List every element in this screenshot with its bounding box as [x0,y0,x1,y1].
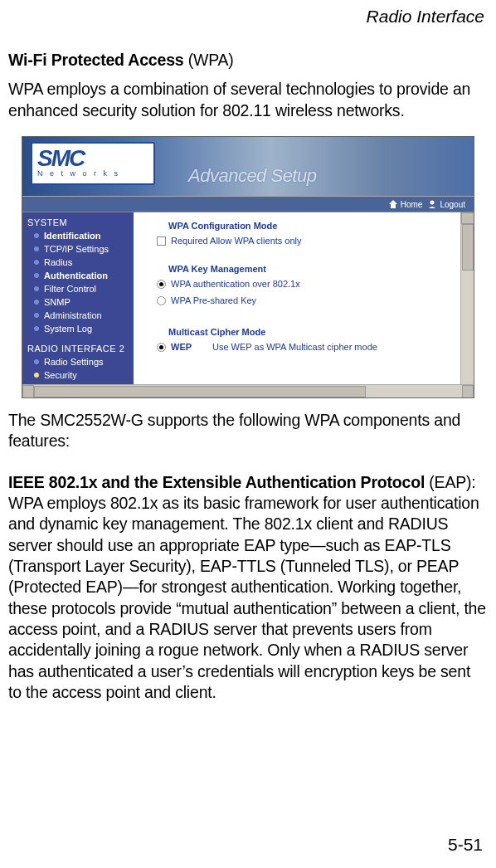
radio-wep-cipher[interactable]: WEP Use WEP as WPA Multicast cipher mode [157,342,472,352]
section-wpa-config: WPA Configuration Mode [168,221,472,231]
bullet-icon [34,300,39,305]
bullet-icon [34,246,39,251]
post-para-1: The SMC2552W-G supports the following WP… [8,410,488,452]
intro-title-line: Wi-Fi Protected Access (WPA) [8,50,488,71]
post2-body: WPA employs 802.1x as its basic framewor… [8,494,486,701]
bullet-icon [34,326,39,331]
sidebar: SYSTEM Identification TCP/IP Settings Ra… [22,212,134,398]
intro-title-paren: (WPA) [183,51,233,69]
sidebar-item-security[interactable]: Security [22,368,134,382]
sidebar-label: TCP/IP Settings [44,244,109,254]
utility-bar: Home Logout [22,197,474,212]
svg-point-0 [430,201,435,205]
logo-sub: N e t w o r k s [37,169,153,178]
sidebar-item-radio-settings[interactable]: Radio Settings [22,355,134,368]
logo: SMC N e t w o r k s [31,142,155,185]
sidebar-item-filter[interactable]: Filter Control [22,282,134,295]
scroll-hthumb[interactable] [34,386,366,397]
sidebar-label: Authentication [44,271,108,280]
radio-preshared-key[interactable]: WPA Pre-shared Key [157,295,472,305]
checkbox-required[interactable]: Required Allow WPA clients only [157,236,472,246]
sidebar-head-system: SYSTEM [22,214,134,229]
logout-icon [427,199,437,209]
bullet-icon [34,373,39,378]
scroll-left-button[interactable] [22,385,34,398]
sidebar-item-admin[interactable]: Administration [22,309,134,322]
section-wpa-key-mgmt: WPA Key Management [168,264,472,274]
sidebar-label: Administration [44,310,102,320]
intro-body: WPA employs a combination of several tec… [8,79,488,121]
radio-icon[interactable] [157,280,166,289]
sidebar-label: SNMP [44,297,71,307]
bullet-icon [34,286,39,291]
radio-label: WPA Pre-shared Key [171,295,256,305]
sidebar-label: Security [44,370,77,380]
bullet-icon [34,273,39,278]
radio-icon[interactable] [157,296,166,305]
page-heading: Advanced Setup [188,165,316,187]
bullet-icon [34,313,39,318]
app-topbar: SMC N e t w o r k s Advanced Setup [22,137,474,197]
logo-main: SMC [37,149,153,168]
sidebar-label: Radius [44,257,72,267]
running-header: Radio Interface [8,7,484,27]
sidebar-item-tcpip[interactable]: TCP/IP Settings [22,242,134,256]
section-multicast-cipher: Multicast Cipher Mode [168,327,472,337]
scroll-up-button[interactable] [461,212,474,224]
radio-auth-8021x[interactable]: WPA authentication over 802.1x [157,279,472,289]
main-row: SYSTEM Identification TCP/IP Settings Ra… [22,212,474,398]
intro-title-bold: Wi-Fi Protected Access [8,51,183,69]
sidebar-head-radio: RADIO INTERFACE 2 [22,340,134,355]
scroll-right-button[interactable] [462,385,474,398]
checkbox-icon[interactable] [157,237,166,246]
sidebar-item-authentication[interactable]: Authentication [22,269,134,282]
scroll-thumb[interactable] [462,224,474,271]
page-number: 5-51 [448,835,483,855]
sidebar-item-snmp[interactable]: SNMP [22,295,134,309]
radio-label: WPA authentication over 802.1x [171,279,300,289]
post-para-2: IEEE 802.1x and the Extensible Authentic… [8,472,488,704]
post2-bold: IEEE 802.1x and the Extensible Authentic… [8,473,425,491]
bullet-icon [34,260,39,265]
sidebar-label: Identification [44,231,100,241]
home-link[interactable]: Home [388,199,423,209]
home-label: Home [401,200,423,209]
radio-label-short: WEP [171,342,207,352]
content-pane: WPA Configuration Mode Required Allow WP… [134,212,474,398]
logout-link[interactable]: Logout [427,199,465,209]
checkbox-label: Required Allow WPA clients only [171,236,302,246]
sidebar-label: Filter Control [44,284,96,294]
bullet-icon [34,233,39,238]
sidebar-item-syslog[interactable]: System Log [22,322,134,335]
logout-label: Logout [440,200,465,209]
sidebar-item-identification[interactable]: Identification [22,229,134,242]
sidebar-item-radius[interactable]: Radius [22,256,134,269]
sidebar-label: System Log [44,324,92,334]
radio-label-desc: Use WEP as WPA Multicast cipher mode [212,342,377,352]
sidebar-label: Radio Settings [44,357,104,367]
embedded-screenshot: SMC N e t w o r k s Advanced Setup Home … [22,136,474,398]
vertical-scrollbar[interactable] [460,212,474,398]
post2-paren: (EAP): [425,473,475,491]
home-icon [388,199,398,209]
bullet-icon [34,359,39,364]
horizontal-scrollbar[interactable] [22,384,474,397]
radio-icon[interactable] [157,343,166,352]
